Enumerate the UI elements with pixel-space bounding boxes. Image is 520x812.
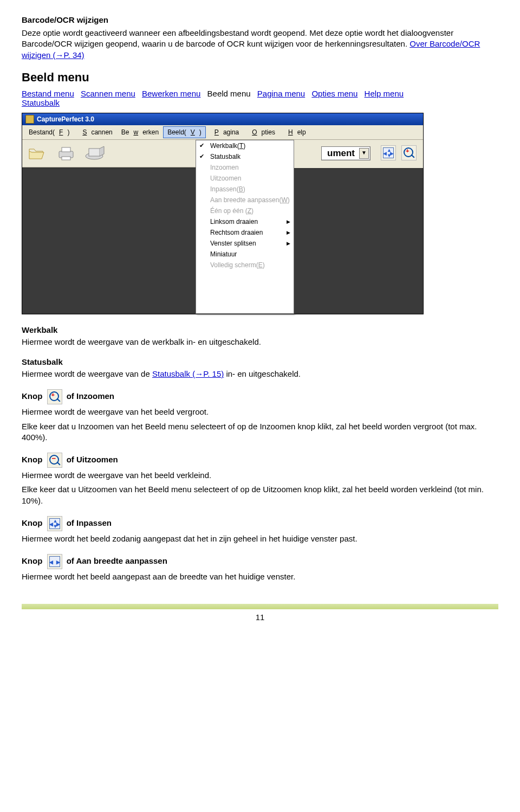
nav-opties[interactable]: Opties menu [311, 89, 358, 98]
menu-item-inpassen-b-: Inpassen(B) [196, 184, 294, 195]
knop-label: Knop [22, 455, 42, 464]
menu-item-aan-breedte-aanpassen-w-: Aan breedte aanpassen(W) [196, 195, 294, 205]
menu-beeldv[interactable]: Beeld(V) [163, 126, 206, 138]
menu-help[interactable]: Help [280, 126, 310, 138]
statusbalk-text: Hiermee wordt de weergave van de Statusb… [22, 369, 498, 379]
app-screenshot: CapturePerfect 3.0 Bestand(F)ScannenBewe… [22, 113, 498, 314]
zoom-out-icon: − [47, 453, 62, 468]
nav-bewerken[interactable]: Bewerken menu [142, 89, 200, 98]
fit-page-icon[interactable]: ▲▼◀▶ [381, 145, 396, 160]
nav-links: Bestand menu Scannen menu Bewerken menu … [22, 89, 498, 107]
werkbalk-text: Hiermee wordt de weergave van de werkbal… [22, 337, 498, 347]
entry-werkbalk: Werkbalk Hiermee wordt de weergave van d… [22, 325, 498, 347]
entry-breedte: Knop ◀▶ of Aan breedte aanpassen Hiermee… [22, 554, 498, 582]
document-selector[interactable]: ument ▼ [321, 146, 370, 160]
titlebar: CapturePerfect 3.0 [22, 113, 423, 125]
nav-pagina[interactable]: Pagina menu [257, 89, 305, 98]
top-text: Deze optie wordt geactiveerd wanneer een… [22, 28, 453, 48]
beeld-dropdown: Werkbalk(T)StatusbalkInzoomenUitzoomenIn… [196, 140, 294, 314]
entry-uitzoomen: Knop − of Uitzoomen Hiermee wordt de wee… [22, 453, 498, 506]
uitzoomen-suffix: of Uitzoomen [67, 455, 118, 464]
menu-item-miniatuur[interactable]: Miniatuur [196, 249, 294, 260]
breedte-suffix: of Aan breedte aanpassen [67, 556, 167, 565]
svg-rect-1 [62, 147, 70, 152]
menu-item-statusbalk[interactable]: Statusbalk [196, 151, 294, 162]
svg-rect-2 [62, 157, 70, 160]
footer-bar [22, 604, 498, 609]
heading-beeld-menu: Beeld menu [22, 70, 498, 85]
inpassen-l1: Hiermee wordt het beeld zodanig aangepas… [22, 533, 498, 544]
werkbalk-title: Werkbalk [22, 325, 498, 334]
uitzoomen-title: Knop − of Uitzoomen [22, 453, 498, 468]
zoom-in-toolbar-icon[interactable]: + [401, 145, 417, 160]
toolbar-scan-icon[interactable] [84, 143, 107, 164]
statusbalk-t2: in- en uitgeschakeld. [224, 369, 301, 378]
menu-item-werkbalk-t-[interactable]: Werkbalk(T) [196, 140, 294, 151]
dark-workspace-right [294, 168, 423, 314]
top-title: Barcode/OCR wijzigen [22, 15, 498, 24]
menu-pagina[interactable]: Pagina [206, 126, 243, 138]
nav-bestand[interactable]: Bestand menu [22, 89, 74, 98]
nav-statusbalk[interactable]: Statusbalk [22, 98, 60, 107]
menu-item-inzoomen: Inzoomen [196, 162, 294, 173]
uitzoomen-l1: Hiermee wordt de weergave van het beeld … [22, 470, 498, 481]
chevron-down-icon[interactable]: ▼ [359, 148, 369, 159]
entry-inpassen: Knop ▲▼◀▶ of Inpassen Hiermee wordt het … [22, 516, 498, 544]
menu-scannen[interactable]: Scannen [74, 126, 116, 138]
app-icon [25, 115, 34, 124]
breedte-l1: Hiermee wordt het beeld aangepast aan de… [22, 571, 498, 582]
inpassen-title: Knop ▲▼◀▶ of Inpassen [22, 516, 498, 531]
nav-scannen[interactable]: Scannen menu [81, 89, 135, 98]
knop-label: Knop [22, 518, 42, 527]
ument-text: ument [327, 148, 355, 158]
statusbalk-t1: Hiermee wordt de weergave van de [22, 369, 152, 378]
menu-item---n-op---n--z-: Één op één (Z) [196, 205, 294, 216]
entry-inzoomen: Knop + of Inzoomen Hiermee wordt de weer… [22, 389, 498, 443]
menubar: Bestand(F)ScannenBewerkenBeeld(V)PaginaO… [22, 125, 423, 140]
breedte-title: Knop ◀▶ of Aan breedte aanpassen [22, 554, 498, 569]
knop-label: Knop [22, 391, 42, 401]
inzoomen-l2: Elke keer dat u Inzoomen van het Beeld m… [22, 421, 498, 443]
dark-workspace-left [22, 167, 196, 314]
menu-item-linksom-draaien[interactable]: Linksom draaien [196, 216, 294, 227]
entry-statusbalk: Statusbalk Hiermee wordt de weergave van… [22, 357, 498, 379]
link-statusbalk[interactable]: Statusbalk (→P. 15) [152, 369, 224, 378]
svg-rect-4 [89, 149, 100, 156]
knop-label: Knop [22, 556, 42, 565]
toolbar-open-icon[interactable] [25, 143, 48, 164]
inpassen-suffix: of Inpassen [67, 518, 112, 527]
nav-help[interactable]: Help menu [365, 89, 404, 98]
inzoomen-title: Knop + of Inzoomen [22, 389, 498, 404]
zoom-in-icon: + [47, 389, 62, 404]
inzoomen-l1: Hiermee wordt de weergave van het beeld … [22, 407, 498, 417]
page-number: 11 [22, 613, 498, 622]
statusbalk-title: Statusbalk [22, 357, 498, 366]
menu-bewerken[interactable]: Bewerken [117, 126, 163, 138]
menu-item-rechtsom-draaien[interactable]: Rechtsom draaien [196, 227, 294, 238]
uitzoomen-l2: Elke keer dat u Uitzoomen van het Beeld … [22, 484, 498, 506]
menu-item-volledig-scherm-e-: Volledig scherm(E) [196, 260, 294, 270]
app-title: CapturePerfect 3.0 [37, 115, 94, 123]
fit-width-icon: ◀▶ [47, 554, 62, 569]
menu-opties[interactable]: Opties [243, 126, 280, 138]
inzoomen-suffix: of Inzoomen [67, 391, 114, 401]
toolbar [22, 140, 196, 167]
nav-beeld: Beeld menu [207, 89, 251, 98]
menu-item-uitzoomen: Uitzoomen [196, 173, 294, 184]
menu-bestandf[interactable]: Bestand(F) [24, 126, 74, 138]
fit-icon: ▲▼◀▶ [47, 516, 62, 531]
top-paragraph: Deze optie wordt geactiveerd wanneer een… [22, 28, 498, 61]
menu-item-venster-splitsen[interactable]: Venster splitsen [196, 238, 294, 249]
toolbar-print-icon[interactable] [55, 143, 77, 164]
